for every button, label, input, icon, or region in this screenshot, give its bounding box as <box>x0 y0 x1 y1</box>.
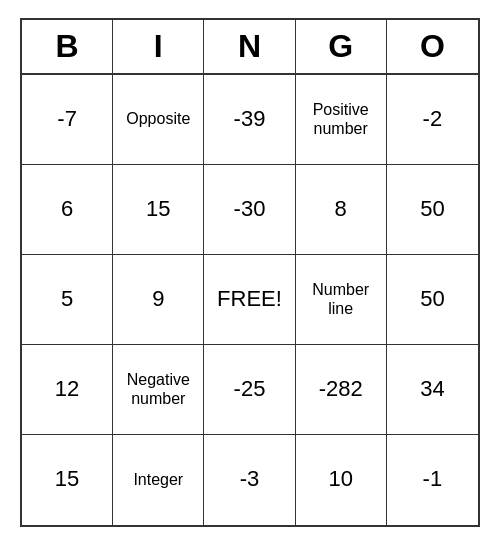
header-cell-g: G <box>296 20 387 73</box>
cell-r3-c1: Negative number <box>113 345 204 435</box>
cell-r1-c4: 50 <box>387 165 478 255</box>
cell-r2-c4: 50 <box>387 255 478 345</box>
cell-r4-c3: 10 <box>296 435 387 525</box>
header-cell-i: I <box>113 20 204 73</box>
header-cell-o: O <box>387 20 478 73</box>
cell-r4-c4: -1 <box>387 435 478 525</box>
cell-r2-c3: Number line <box>296 255 387 345</box>
cell-r3-c4: 34 <box>387 345 478 435</box>
cell-r0-c3: Positive number <box>296 75 387 165</box>
cell-r1-c2: -30 <box>204 165 295 255</box>
cell-r0-c2: -39 <box>204 75 295 165</box>
bingo-grid: -7Opposite-39Positive number-2615-308505… <box>22 75 478 525</box>
cell-r0-c4: -2 <box>387 75 478 165</box>
bingo-card: BINGO -7Opposite-39Positive number-2615-… <box>20 18 480 527</box>
cell-r3-c3: -282 <box>296 345 387 435</box>
cell-r4-c1: Integer <box>113 435 204 525</box>
cell-r3-c0: 12 <box>22 345 113 435</box>
cell-r4-c0: 15 <box>22 435 113 525</box>
cell-r1-c0: 6 <box>22 165 113 255</box>
cell-r2-c1: 9 <box>113 255 204 345</box>
header-cell-n: N <box>204 20 295 73</box>
cell-r0-c0: -7 <box>22 75 113 165</box>
header-cell-b: B <box>22 20 113 73</box>
cell-r3-c2: -25 <box>204 345 295 435</box>
cell-r1-c3: 8 <box>296 165 387 255</box>
cell-r1-c1: 15 <box>113 165 204 255</box>
cell-r0-c1: Opposite <box>113 75 204 165</box>
cell-r2-c0: 5 <box>22 255 113 345</box>
cell-r4-c2: -3 <box>204 435 295 525</box>
header-row: BINGO <box>22 20 478 75</box>
cell-r2-c2: FREE! <box>204 255 295 345</box>
